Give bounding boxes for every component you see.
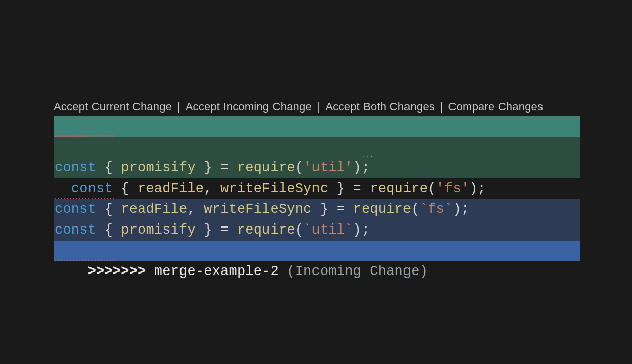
code-token: , <box>187 202 204 217</box>
code-token: ( <box>295 160 303 175</box>
code-token: readFile <box>121 202 187 217</box>
code-token: const <box>55 202 96 217</box>
code-token: promisify <box>121 160 196 175</box>
conflict-incoming-annotation: (Incoming Change) <box>287 264 428 279</box>
code-token: writeFileSync <box>204 202 311 217</box>
conflict-incoming-ref: merge-example-2 <box>154 264 279 279</box>
conflict-incoming-line[interactable]: const { readFile, writeFileSync } = requ… <box>54 199 580 220</box>
conflict-incoming-line[interactable]: const { promisify } = require(`util`); <box>54 220 580 241</box>
code-token: { <box>96 222 121 238</box>
code-token: } = <box>312 202 353 217</box>
conflict-current-line[interactable]: const { promisify } = require('util'); <box>54 158 580 178</box>
conflict-end-marker: >>>>>>> <box>88 264 146 279</box>
conflict-current-line[interactable]: ··· const { readFile, writeFileSync } = … <box>54 137 580 158</box>
merge-conflict-codelens: Accept Current Change | Accept Incoming … <box>54 100 580 116</box>
accept-both-changes-link[interactable]: Accept Both Changes <box>325 100 435 113</box>
code-token: const <box>55 160 96 175</box>
code-token: const <box>55 222 96 238</box>
code-token: 'util' <box>303 160 353 175</box>
code-token: ( <box>295 222 303 238</box>
conflict-current-header-line[interactable]: <<<<<<< HEAD (Current Change) <box>54 116 580 137</box>
code-token: `fs` <box>420 202 453 217</box>
code-token: } = <box>196 160 237 175</box>
code-token: `util` <box>303 222 353 238</box>
codelens-separator: | <box>435 100 448 113</box>
accept-incoming-change-link[interactable]: Accept Incoming Change <box>186 100 312 113</box>
code-token: require <box>353 202 412 217</box>
conflict-separator-line[interactable]: ======= <box>54 178 580 199</box>
code-token: ); <box>453 202 469 217</box>
accept-current-change-link[interactable]: Accept Current Change <box>54 100 172 113</box>
code-token: } = <box>196 222 237 238</box>
compare-changes-link[interactable]: Compare Changes <box>448 100 544 113</box>
codelens-separator: | <box>172 100 186 113</box>
code-token: promisify <box>121 222 196 238</box>
code-token: ( <box>411 202 419 217</box>
code-token: ); <box>353 160 370 175</box>
code-token: ); <box>353 222 370 238</box>
code-token: require <box>237 222 295 238</box>
merge-conflict-editor[interactable]: Accept Current Change | Accept Incoming … <box>54 100 580 261</box>
codelens-separator: | <box>312 100 326 113</box>
error-squiggle <box>55 260 114 261</box>
code-token: { <box>96 202 121 217</box>
code-token: require <box>237 160 295 175</box>
code-token: { <box>96 160 121 175</box>
conflict-incoming-header-line[interactable]: >>>>>>> merge-example-2 (Incoming Change… <box>54 241 580 261</box>
